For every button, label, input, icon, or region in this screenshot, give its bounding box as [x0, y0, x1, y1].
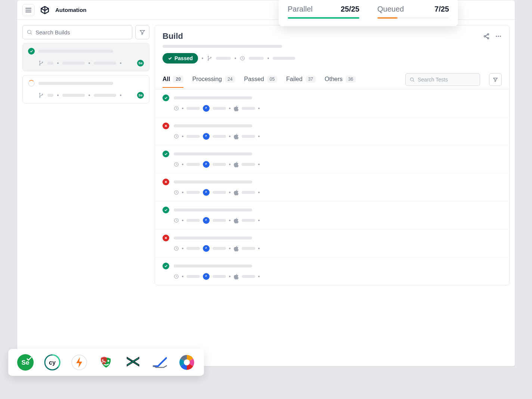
status-passed-icon: [28, 48, 35, 55]
test-row[interactable]: [155, 229, 509, 257]
build-card[interactable]: Se: [22, 75, 149, 103]
tab-others[interactable]: Others 36: [325, 71, 356, 88]
cross-icon[interactable]: [125, 354, 141, 371]
svg-line-4: [31, 33, 32, 34]
color-wheel-icon[interactable]: [179, 354, 195, 371]
parallel-stat: Parallel 25/25: [288, 5, 359, 19]
selenium-badge: Se: [137, 92, 144, 99]
build-name-placeholder: [38, 50, 113, 53]
status-passed-icon: [163, 207, 169, 213]
test-name-placeholder: [174, 265, 252, 267]
clock-icon: [174, 106, 179, 111]
share-button[interactable]: [483, 33, 490, 40]
svg-point-40: [184, 359, 190, 365]
svg-point-5: [39, 61, 40, 62]
selenium-badge: Se: [137, 60, 144, 66]
test-name-placeholder: [174, 124, 252, 127]
filter-builds-button[interactable]: [135, 25, 149, 39]
branch-icon: [38, 93, 44, 98]
build-title: Build: [163, 31, 183, 41]
svg-point-6: [39, 65, 40, 65]
build-detail-panel: Build: [155, 25, 510, 285]
branch-icon: [38, 61, 44, 66]
test-row[interactable]: [155, 201, 509, 229]
safari-icon: [203, 161, 210, 168]
bolt-icon[interactable]: [71, 354, 87, 371]
svg-point-17: [498, 36, 499, 37]
svg-point-18: [500, 36, 501, 37]
apple-icon: [233, 245, 239, 251]
svg-point-39: [102, 359, 103, 361]
svg-point-16: [496, 36, 497, 37]
parallel-value: 25/25: [341, 5, 359, 13]
svg-point-7: [42, 62, 43, 63]
status-running-icon: [28, 80, 35, 87]
test-row[interactable]: [155, 89, 509, 117]
svg-point-23: [410, 78, 413, 81]
filter-icon: [493, 77, 498, 82]
safari-icon: [203, 217, 210, 224]
safari-icon: [203, 273, 210, 280]
svg-point-21: [210, 57, 211, 58]
build-card[interactable]: Se: [22, 43, 149, 71]
test-name-placeholder: [174, 236, 252, 239]
selenium-icon[interactable]: Se: [17, 354, 34, 371]
test-row[interactable]: [155, 117, 509, 145]
safari-icon: [203, 133, 210, 140]
hamburger-icon: [25, 8, 31, 12]
test-row[interactable]: [155, 257, 509, 285]
status-failed-icon: [163, 235, 169, 241]
playwright-mask-icon[interactable]: [98, 354, 114, 371]
tab-failed[interactable]: Failed 37: [286, 71, 316, 88]
test-name-placeholder: [174, 96, 252, 99]
tab-processing[interactable]: Processing 24: [192, 71, 235, 88]
status-failed-icon: [163, 179, 169, 185]
safari-icon: [203, 189, 210, 196]
product-logo-icon: [40, 5, 50, 15]
filter-tests-button[interactable]: [489, 73, 502, 86]
safari-icon: [203, 245, 210, 252]
queued-label: Queued: [377, 5, 404, 13]
search-builds-placeholder: Search Builds: [35, 29, 70, 35]
test-name-placeholder: [174, 208, 252, 211]
status-failed-icon: [163, 123, 169, 129]
search-tests-input[interactable]: Search Tests: [405, 73, 480, 86]
svg-point-38: [108, 360, 109, 362]
search-builds-input[interactable]: Search Builds: [22, 25, 132, 39]
test-row[interactable]: [155, 145, 509, 173]
apple-icon: [233, 133, 239, 139]
parallel-bar: [288, 17, 359, 19]
apple-icon: [233, 105, 239, 111]
svg-point-19: [208, 56, 208, 57]
clock-icon: [174, 134, 179, 139]
search-icon: [27, 29, 33, 35]
tab-all[interactable]: All 20: [163, 71, 183, 88]
more-horizontal-icon: [495, 33, 502, 40]
clock-icon: [240, 56, 245, 61]
status-passed-icon: [163, 95, 169, 101]
clock-icon: [174, 162, 179, 167]
check-tray-icon[interactable]: [152, 354, 168, 371]
tab-passed[interactable]: Passed 05: [244, 71, 277, 88]
menu-button[interactable]: [22, 4, 34, 16]
clock-icon: [174, 274, 179, 279]
safari-icon: [203, 105, 210, 112]
svg-line-24: [413, 81, 414, 82]
test-name-placeholder: [174, 152, 252, 155]
share-icon: [483, 33, 490, 40]
cypress-icon[interactable]: cy: [44, 354, 61, 371]
status-passed-icon: [163, 263, 169, 269]
svg-text:cy: cy: [49, 359, 56, 366]
clock-icon: [174, 218, 179, 223]
build-status-badge: Passed: [163, 53, 198, 64]
test-name-placeholder: [174, 180, 252, 183]
filter-icon: [139, 29, 145, 35]
test-row[interactable]: [155, 173, 509, 201]
more-button[interactable]: [495, 33, 502, 40]
svg-point-20: [208, 60, 208, 61]
svg-point-3: [28, 30, 31, 34]
apple-icon: [233, 273, 239, 279]
svg-point-9: [39, 97, 40, 98]
svg-line-15: [485, 37, 488, 38]
apple-icon: [233, 189, 239, 195]
